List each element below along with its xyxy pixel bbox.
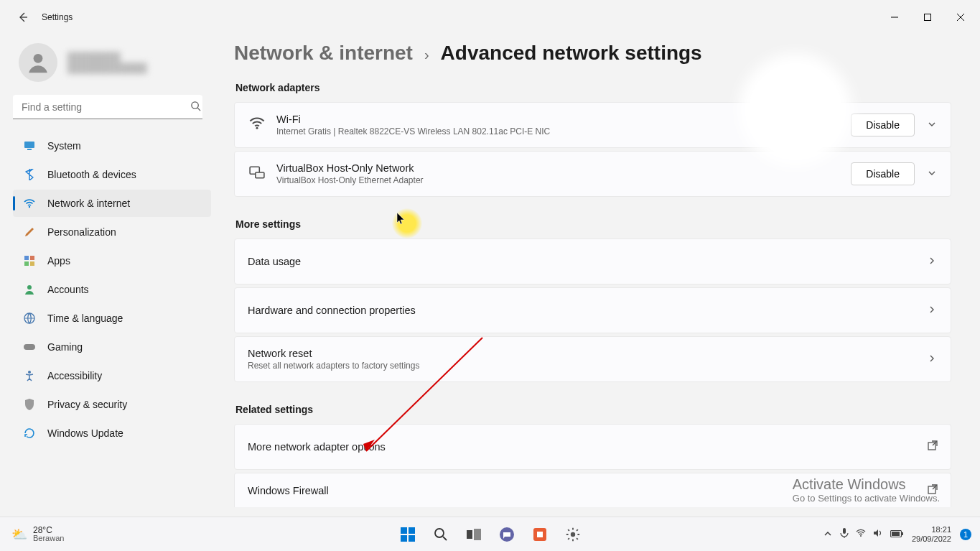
annotation-highlight-circle	[749, 63, 842, 157]
external-link-icon	[928, 440, 938, 453]
nav-label: Gaming	[47, 341, 83, 353]
svg-point-1	[34, 54, 43, 63]
start-button[interactable]	[393, 520, 422, 549]
svg-rect-35	[902, 532, 903, 535]
svg-point-2	[192, 102, 198, 108]
weather-widget[interactable]: ⛅ 28°C Berawan	[0, 526, 64, 542]
adapter-row-wifi[interactable]: Wi-Fi Internet Gratis | Realtek 8822CE-V…	[234, 102, 951, 148]
nav-accounts[interactable]: Accounts	[13, 276, 211, 303]
nav-accessibility[interactable]: Accessibility	[13, 362, 211, 389]
nav-label: Time & language	[47, 312, 123, 324]
main-content: Network & internet › Advanced network se…	[215, 34, 980, 517]
page-title: Advanced network settings	[441, 42, 702, 65]
section-heading-more: More settings	[235, 218, 951, 230]
watermark-sub: Go to Settings to activate Windows.	[793, 493, 940, 504]
adapter-title: VirtualBox Host-Only Network	[276, 162, 424, 174]
row-hardware-properties[interactable]: Hardware and connection properties	[234, 287, 951, 333]
search-button[interactable]	[426, 520, 455, 549]
search-input[interactable]	[13, 95, 202, 119]
svg-rect-24	[409, 535, 415, 542]
notifications-badge[interactable]: 1	[960, 529, 971, 540]
taskbar: ⛅ 28°C Berawan 18:21 29/09/2022 1	[0, 517, 980, 551]
svg-point-25	[435, 529, 444, 537]
nav-gaming[interactable]: Gaming	[13, 333, 211, 361]
adapter-title: Wi-Fi	[276, 114, 550, 125]
taskview-button[interactable]	[459, 520, 488, 549]
chevron-down-icon[interactable]	[928, 119, 938, 131]
clock[interactable]: 18:21 29/09/2022	[912, 525, 951, 542]
svg-point-33	[860, 535, 862, 537]
avatar	[19, 43, 57, 82]
svg-rect-32	[843, 528, 846, 534]
taskbar-app-settings[interactable]	[559, 520, 587, 549]
nav-time[interactable]: Time & language	[13, 305, 211, 332]
svg-rect-8	[24, 261, 29, 266]
row-title: Hardware and connection properties	[248, 305, 416, 316]
chevron-right-icon	[928, 353, 938, 366]
account-name: ████████████████████	[67, 52, 147, 73]
search-icon	[190, 101, 201, 114]
account-block[interactable]: ████████████████████	[13, 40, 211, 95]
nav-list: System Bluetooth & devices Network & int…	[13, 132, 211, 447]
nav-apps[interactable]: Apps	[13, 247, 211, 274]
row-network-reset[interactable]: Network reset Reset all network adapters…	[234, 336, 951, 382]
nav-personalization[interactable]: Personalization	[13, 218, 211, 246]
sidebar: ████████████████████ System Bluetooth & …	[0, 34, 215, 517]
person-icon	[26, 50, 50, 75]
breadcrumb: Network & internet › Advanced network se…	[234, 42, 951, 65]
close-button[interactable]	[944, 6, 977, 29]
nav-label: Accessibility	[47, 370, 102, 381]
row-data-usage[interactable]: Data usage	[234, 239, 951, 284]
person-icon	[23, 283, 36, 296]
chevron-right-icon: ›	[424, 47, 429, 63]
svg-rect-9	[30, 261, 34, 266]
nav-privacy[interactable]: Privacy & security	[13, 391, 211, 418]
back-button[interactable]	[16, 10, 30, 24]
weather-desc: Berawan	[33, 534, 64, 542]
wifi-tray-icon[interactable]	[856, 529, 866, 540]
svg-rect-7	[30, 256, 34, 260]
row-subtitle: Reset all network adapters to factory se…	[248, 361, 419, 371]
chevron-down-icon[interactable]	[928, 167, 938, 180]
svg-rect-0	[925, 14, 931, 21]
row-title: Network reset	[248, 348, 419, 359]
chevron-right-icon	[928, 304, 938, 317]
svg-point-5	[29, 206, 30, 208]
breadcrumb-parent[interactable]: Network & internet	[234, 42, 413, 65]
svg-point-10	[27, 285, 32, 290]
svg-rect-6	[24, 256, 29, 260]
battery-icon[interactable]	[890, 529, 903, 540]
maximize-button[interactable]	[911, 6, 944, 29]
nav-label: Privacy & security	[47, 399, 127, 410]
nav-system[interactable]: System	[13, 132, 211, 159]
svg-rect-3	[24, 142, 34, 148]
disable-button[interactable]: Disable	[851, 162, 915, 185]
svg-rect-21	[401, 527, 407, 534]
taskbar-app-chat[interactable]	[493, 520, 521, 549]
mic-icon[interactable]	[840, 528, 849, 540]
svg-rect-30	[537, 532, 543, 537]
row-title: Data usage	[248, 256, 301, 267]
nav-network[interactable]: Network & internet	[13, 190, 211, 217]
svg-rect-4	[27, 149, 32, 150]
globe-icon	[23, 312, 36, 325]
app-title: Settings	[42, 12, 73, 22]
svg-rect-22	[409, 527, 415, 534]
adapter-row-virtualbox[interactable]: VirtualBox Host-Only Network VirtualBox …	[234, 151, 951, 197]
minimize-button[interactable]	[878, 6, 911, 29]
arrow-left-icon	[17, 11, 29, 23]
titlebar: Settings	[0, 0, 980, 34]
taskbar-app-recorder[interactable]	[526, 520, 554, 549]
nav-label: Bluetooth & devices	[47, 169, 136, 180]
volume-icon[interactable]	[873, 529, 883, 540]
svg-point-14	[256, 127, 258, 129]
adapter-subtitle: Internet Gratis | Realtek 8822CE-VS Wire…	[276, 126, 550, 136]
nav-bluetooth[interactable]: Bluetooth & devices	[13, 161, 211, 188]
ethernet-icon	[248, 166, 266, 182]
nav-update[interactable]: Windows Update	[13, 420, 211, 447]
wifi-icon	[248, 117, 266, 133]
disable-button[interactable]: Disable	[851, 114, 915, 136]
row-more-adapter-options[interactable]: More network adapter options	[234, 424, 951, 470]
svg-rect-12	[24, 344, 35, 350]
tray-overflow-icon[interactable]	[824, 529, 831, 540]
